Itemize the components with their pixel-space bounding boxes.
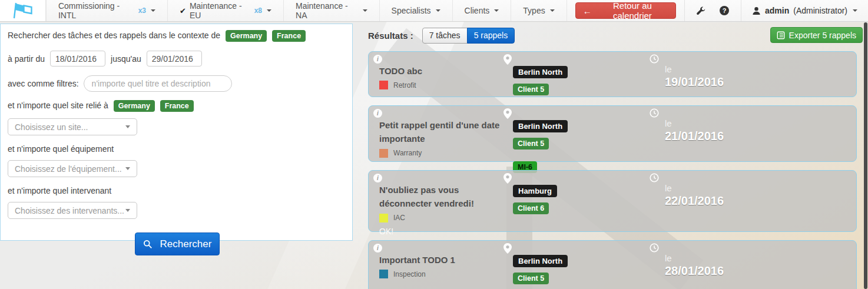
reminder-card[interactable]: i Important TODO 1 Inspection [368, 240, 857, 289]
tasks-toggle-button[interactable]: 7 tâches [422, 28, 468, 44]
info-icon[interactable]: i [373, 174, 382, 182]
nav-menu-label: Types [523, 6, 545, 15]
export-reminders-button[interactable]: Exporter 5 rappels [770, 27, 863, 43]
context-badge-germany: Germany [226, 30, 267, 42]
search-button[interactable]: Rechercher [135, 232, 220, 255]
site-badge: Berlin North [513, 66, 568, 78]
site-context-row: et n'importe quel site relié à Germany F… [8, 100, 345, 112]
clock-icon [650, 173, 659, 184]
clock-icon [650, 54, 659, 65]
card-type-row: Warranty [379, 149, 513, 158]
check-icon: ✔ [180, 6, 186, 15]
equipment-label: et n'importe quel équipement [8, 144, 345, 154]
site-badge-france: France [160, 100, 194, 112]
client-badge: Client 5 [513, 273, 549, 284]
date-prefix: le [665, 253, 848, 263]
title-filter-row: avec comme filtres: [8, 75, 345, 92]
results-title: Résultats : [368, 31, 413, 41]
site-select[interactable]: Choisissez un site... [8, 118, 137, 135]
clock-icon [650, 108, 659, 119]
card-main-column: N'oubliez pas vous déconnecter vendredi!… [379, 183, 513, 227]
from-date-input[interactable] [50, 51, 105, 67]
type-label: IAC [393, 214, 405, 222]
card-main-column: Petit rappel gentil d'une date important… [379, 118, 513, 157]
site-badge: Berlin North [513, 120, 568, 132]
type-color-swatch [379, 270, 388, 278]
reminder-card[interactable]: i TODO abc Retrofit [368, 51, 857, 97]
info-icon[interactable]: i [373, 109, 382, 118]
main-menu: Commissioning - INTL x3 ✔ Maintenance - … [46, 0, 567, 21]
back-to-calendar-button[interactable]: ← Retour au calendrier [575, 2, 676, 19]
intervenant-select[interactable]: Choisissez des intervenants... [8, 202, 137, 219]
chevron-down-icon [151, 9, 155, 12]
reminder-card[interactable]: i N'oubliez pas vous déconnecter vendred… [368, 170, 857, 232]
wrench-icon[interactable] [697, 6, 705, 15]
chevron-down-icon [494, 9, 499, 12]
type-label: Inspection [393, 270, 426, 278]
date-value: 19/01/2016 [665, 75, 848, 89]
nav-menu-types[interactable]: Types [511, 0, 566, 21]
results-header: Résultats : 7 tâches 5 rappels Exporter … [368, 27, 863, 44]
nav-menu-commissioning-intl[interactable]: Commissioning - INTL x3 [46, 0, 168, 21]
date-prefix: le [665, 64, 848, 74]
type-label: Retrofit [393, 81, 416, 89]
card-badges-column: Berlin North Client 5 [513, 253, 653, 288]
vertical-scrollbar[interactable] [864, 22, 867, 289]
nav-menu-specialists[interactable]: Specialists [380, 0, 453, 21]
chevron-down-icon [363, 9, 367, 12]
equipment-select[interactable]: Choisissez de l'équipement... [8, 160, 137, 177]
site-badge-germany: Germany [114, 100, 155, 112]
card-date-column: le 28/01/2016 [653, 253, 848, 288]
search-button-label: Rechercher [160, 238, 212, 250]
nav-menu-clients[interactable]: Clients [453, 0, 512, 21]
client-badge: Client 6 [513, 202, 549, 214]
equipment-select-value: Choisissez de l'équipement... [15, 164, 122, 174]
back-to-calendar-label: Retour au calendrier [597, 1, 668, 21]
nav-menu-maintenance-eu[interactable]: ✔ Maintenance - EU x8 [168, 0, 284, 21]
title-description-input[interactable] [84, 75, 232, 92]
nav-menu-label: Maintenance - EU [190, 1, 251, 20]
type-color-swatch [379, 81, 388, 89]
card-type-row: Inspection [379, 270, 513, 278]
reminder-card[interactable]: i Petit rappel gentil d'une date importa… [368, 105, 857, 162]
intervenant-select-value: Choisissez des intervenants... [15, 206, 124, 215]
info-icon[interactable]: i [373, 244, 382, 253]
export-button-label: Exporter 5 rappels [789, 31, 856, 40]
navbar-actions: ← Retour au calendrier ? admin (Administ… [567, 0, 868, 21]
nav-menu-count: x3 [138, 6, 146, 15]
chevron-down-icon [125, 167, 130, 170]
info-icon[interactable]: i [373, 55, 382, 64]
app-window: Commissioning - INTL x3 ✔ Maintenance - … [0, 0, 868, 289]
search-icon [143, 240, 153, 249]
user-menu[interactable]: admin (Administrator) [741, 6, 868, 15]
chevron-down-icon [267, 9, 271, 12]
date-range-row: à partir du jusqu'au [8, 51, 345, 67]
card-date-column: le 21/01/2016 [653, 118, 848, 157]
filters-label: avec comme filtres: [8, 79, 79, 88]
to-date-input[interactable] [147, 51, 202, 67]
nav-menu-maintenance-na[interactable]: Maintenance - NA [284, 0, 380, 21]
reminder-cards-list: i TODO abc Retrofit [368, 51, 857, 289]
type-label: Warranty [393, 149, 422, 157]
client-badge: Client 5 [513, 84, 549, 95]
nav-menu-label: Commissioning - INTL [58, 1, 135, 20]
search-filter-panel: Rechercher des tâches et des rappels dan… [0, 24, 353, 241]
reminders-toggle-button[interactable]: 5 rappels [467, 28, 515, 44]
location-pin-icon [503, 173, 512, 185]
card-badges-column: Berlin North Client 5 [513, 64, 653, 92]
user-icon [752, 6, 761, 15]
chevron-down-icon [550, 9, 555, 12]
nav-menu-count: x8 [254, 6, 262, 15]
type-color-swatch [379, 214, 388, 222]
location-pin-icon [503, 54, 512, 67]
card-main-column: TODO abc Retrofit [379, 64, 513, 92]
arrow-left-icon: ← [583, 6, 592, 16]
help-icon[interactable]: ? [720, 6, 729, 15]
card-description: OK! [379, 227, 513, 236]
card-main-column: Important TODO 1 Inspection [379, 253, 513, 288]
app-logo[interactable] [0, 0, 46, 21]
navbar-icon-group: ? [685, 6, 741, 15]
flag-logo-icon [10, 1, 35, 20]
chevron-down-icon [125, 209, 130, 212]
top-navbar: Commissioning - INTL x3 ✔ Maintenance - … [0, 0, 868, 22]
